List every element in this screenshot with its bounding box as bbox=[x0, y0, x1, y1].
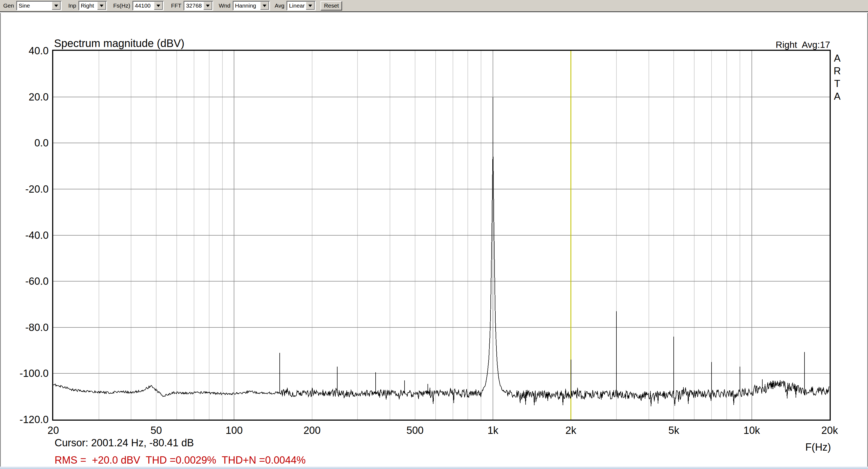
samplerate-select[interactable]: 44100 bbox=[132, 1, 164, 10]
window-border-bottom bbox=[0, 467, 868, 469]
window-select[interactable]: Hanning bbox=[233, 1, 270, 10]
y-tick-label: -40.0 bbox=[25, 229, 49, 241]
chart-title: Spectrum magnitude (dBV) bbox=[54, 37, 184, 50]
chevron-down-icon bbox=[54, 5, 58, 7]
chevron-down-icon bbox=[206, 5, 210, 7]
arta-watermark-letter: A bbox=[831, 90, 843, 103]
cursor-readout: Cursor: 2001.24 Hz, -80.41 dB bbox=[55, 437, 194, 449]
arta-watermark-letter: R bbox=[831, 65, 843, 77]
y-tick-label: 20.0 bbox=[29, 91, 49, 103]
reset-button[interactable]: Reset bbox=[320, 1, 342, 10]
fft-size-select[interactable]: 32768 bbox=[184, 1, 213, 10]
arta-watermark-letter: T bbox=[831, 77, 843, 90]
averaging-select[interactable]: Linear bbox=[286, 1, 316, 10]
dropdown-arrow-icon[interactable] bbox=[204, 2, 212, 10]
samplerate-label: Fs(Hz) bbox=[113, 2, 130, 9]
channel-average-label: Right Avg:17 bbox=[776, 39, 830, 50]
x-tick-label: 200 bbox=[304, 425, 320, 436]
x-tick-label: 10k bbox=[743, 425, 760, 436]
y-tick-label: -20.0 bbox=[25, 183, 49, 195]
window-label: Wnd bbox=[219, 2, 230, 9]
averaging-value: Linear bbox=[287, 2, 306, 9]
toolbar: Gen Sine Inp Right Fs(Hz) 44100 FFT 3276… bbox=[0, 0, 868, 12]
y-tick-label: 40.0 bbox=[29, 45, 49, 57]
spectrum-trace-canvas bbox=[53, 51, 830, 419]
input-label: Inp bbox=[68, 2, 76, 9]
input-channel-value: Right bbox=[79, 2, 97, 9]
y-tick-label: 0.0 bbox=[34, 137, 49, 149]
window-value: Hanning bbox=[233, 2, 260, 9]
x-axis-labels: 20501002005001k2k5k10k20k bbox=[0, 425, 868, 437]
measurement-readout: RMS = +20.0 dBV THD =0.0029% THD+N =0.00… bbox=[55, 455, 306, 466]
dropdown-arrow-icon[interactable] bbox=[97, 2, 106, 10]
samplerate-value: 44100 bbox=[133, 2, 154, 9]
chevron-down-icon bbox=[100, 5, 103, 7]
averaging-label: Avg bbox=[275, 2, 284, 9]
input-channel-select[interactable]: Right bbox=[79, 1, 107, 10]
y-tick-label: -80.0 bbox=[25, 321, 49, 333]
dropdown-arrow-icon[interactable] bbox=[306, 2, 315, 10]
x-tick-label: 2k bbox=[565, 425, 576, 436]
chevron-down-icon bbox=[263, 5, 267, 7]
y-tick-label: -120.0 bbox=[20, 414, 49, 426]
chevron-down-icon bbox=[308, 5, 312, 7]
x-tick-label: 20 bbox=[48, 425, 59, 436]
chevron-down-icon bbox=[156, 5, 160, 7]
dropdown-arrow-icon[interactable] bbox=[154, 2, 163, 10]
dropdown-arrow-icon[interactable] bbox=[260, 2, 269, 10]
y-tick-label: -60.0 bbox=[25, 276, 49, 287]
x-tick-label: 20k bbox=[821, 425, 838, 436]
x-axis-unit-label: F(Hz) bbox=[805, 441, 831, 453]
spectrum-plot[interactable] bbox=[53, 51, 830, 419]
y-tick-label: -100.0 bbox=[20, 368, 49, 379]
x-tick-label: 100 bbox=[226, 425, 243, 436]
arta-watermark-letter: A bbox=[831, 52, 843, 65]
x-tick-label: 500 bbox=[406, 425, 424, 436]
arta-watermark: ARTA bbox=[831, 52, 843, 103]
y-axis-labels: 40.020.00.0-20.0-40.0-60.0-80.0-100.0-12… bbox=[0, 0, 49, 469]
x-tick-label: 50 bbox=[151, 425, 162, 436]
dropdown-arrow-icon[interactable] bbox=[52, 2, 61, 10]
spectrum-trace bbox=[53, 97, 829, 406]
x-tick-label: 5k bbox=[668, 425, 679, 436]
fft-label: FFT bbox=[171, 2, 181, 9]
x-tick-label: 1k bbox=[488, 425, 498, 436]
fft-size-value: 32768 bbox=[184, 2, 204, 9]
